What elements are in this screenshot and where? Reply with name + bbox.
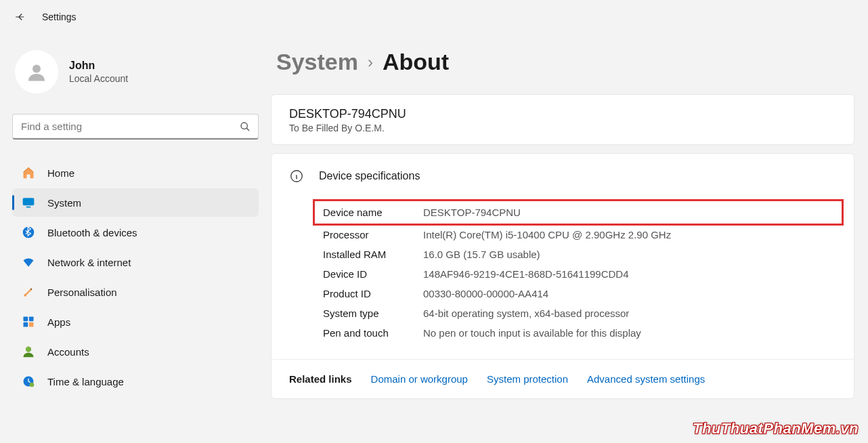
svg-point-0 [32,65,41,73]
spec-section-title: Device specifications [319,170,420,182]
app-title: Settings [42,12,77,22]
svg-point-1 [241,123,247,129]
spec-row-device-name: Device name DESKTOP-794CPNU [316,203,840,222]
nav-label: Apps [47,316,70,328]
nav-apps[interactable]: Apps [12,308,259,336]
spec-row-processor: Processor Intel(R) Core(TM) i5-10400 CPU… [323,225,836,245]
svg-rect-7 [24,322,28,327]
nav-network[interactable]: Network & internet [12,248,259,276]
brush-icon [22,285,35,299]
spec-row-pen-touch: Pen and touch No pen or touch input is a… [323,323,836,343]
arrow-left-icon [14,11,26,23]
spec-value: 148AF946-9219-4CE1-868D-51641199CDD4 [423,268,836,280]
device-oem: To Be Filled By O.E.M. [289,123,836,133]
link-domain-workgroup[interactable]: Domain or workgroup [371,373,468,385]
nav-label: Accounts [47,346,89,358]
spec-row-product-id: Product ID 00330-80000-00000-AA414 [323,284,836,303]
spec-label: Installed RAM [323,249,423,260]
nav-label: Time & language [47,376,124,387]
chevron-right-icon: › [368,53,373,72]
nav-label: Network & internet [47,257,131,268]
nav-system[interactable]: System [12,188,259,217]
nav-bluetooth[interactable]: Bluetooth & devices [12,218,259,247]
nav-label: Bluetooth & devices [47,227,137,238]
spec-label: Processor [323,229,423,240]
spec-label: System type [323,308,423,319]
device-header-card: DESKTOP-794CPNU To Be Filled By O.E.M. [271,94,854,145]
user-name: John [69,60,128,72]
svg-rect-3 [26,207,31,208]
accounts-icon [22,345,35,358]
spec-value: 16.0 GB (15.7 GB usable) [423,249,836,260]
spec-label: Product ID [323,288,423,299]
svg-point-9 [26,347,31,352]
spec-value: DESKTOP-794CPNU [423,207,836,218]
nav-time[interactable]: Time & language [12,367,259,396]
link-system-protection[interactable]: System protection [487,373,568,385]
link-advanced-settings[interactable]: Advanced system settings [587,373,705,385]
spec-value: 64-bit operating system, x64-based proce… [423,308,836,319]
clock-icon [22,375,35,388]
main-content: System › About DESKTOP-794CPNU To Be Fil… [271,34,868,443]
sidebar: John Local Account Home System [0,34,271,443]
spec-label: Device name [323,207,423,218]
spec-table: Device name DESKTOP-794CPNU Processor In… [272,203,854,359]
nav-accounts[interactable]: Accounts [12,337,259,366]
device-specs-card: Device specifications Device name DESKTO… [271,153,854,399]
breadcrumb-parent[interactable]: System [276,49,358,75]
nav-label: Home [47,167,74,179]
spec-value: No pen or touch input is available for t… [423,327,836,339]
search-input[interactable] [12,114,259,140]
spec-label: Device ID [323,268,423,280]
avatar [15,50,58,93]
svg-point-11 [30,383,35,387]
home-icon [22,166,35,180]
breadcrumb: System › About [271,49,868,75]
nav-label: Personalisation [47,287,117,298]
spec-header[interactable]: Device specifications [272,154,854,200]
svg-rect-8 [29,322,34,327]
related-label: Related links [289,373,352,385]
nav-home[interactable]: Home [12,159,259,187]
apps-icon [22,315,35,329]
user-block[interactable]: John Local Account [12,47,259,111]
svg-rect-5 [24,317,28,322]
nav-personalisation[interactable]: Personalisation [12,278,259,306]
search-icon [240,121,251,132]
nav: Home System Bluetooth & devices Network … [12,159,259,396]
search-wrapper [12,114,259,140]
user-subtitle: Local Account [69,73,128,84]
nav-label: System [47,197,81,209]
spec-row-device-id: Device ID 148AF946-9219-4CE1-868D-516411… [323,264,836,284]
bluetooth-icon [22,226,35,239]
device-name-heading: DESKTOP-794CPNU [289,107,836,121]
spec-row-system-type: System type 64-bit operating system, x64… [323,303,836,323]
related-links: Related links Domain or workgroup System… [272,359,854,398]
spec-row-ram: Installed RAM 16.0 GB (15.7 GB usable) [323,245,836,264]
svg-rect-2 [23,198,35,205]
titlebar: Settings [0,0,868,34]
info-icon [289,169,304,184]
wifi-icon [22,255,35,269]
system-icon [22,196,35,209]
spec-value: Intel(R) Core(TM) i5-10400 CPU @ 2.90GHz… [423,229,836,240]
back-button[interactable] [12,9,28,25]
breadcrumb-current: About [383,49,449,75]
svg-rect-6 [29,317,34,322]
avatar-icon [24,60,49,84]
spec-label: Pen and touch [323,327,423,339]
spec-value: 00330-80000-00000-AA414 [423,288,836,299]
